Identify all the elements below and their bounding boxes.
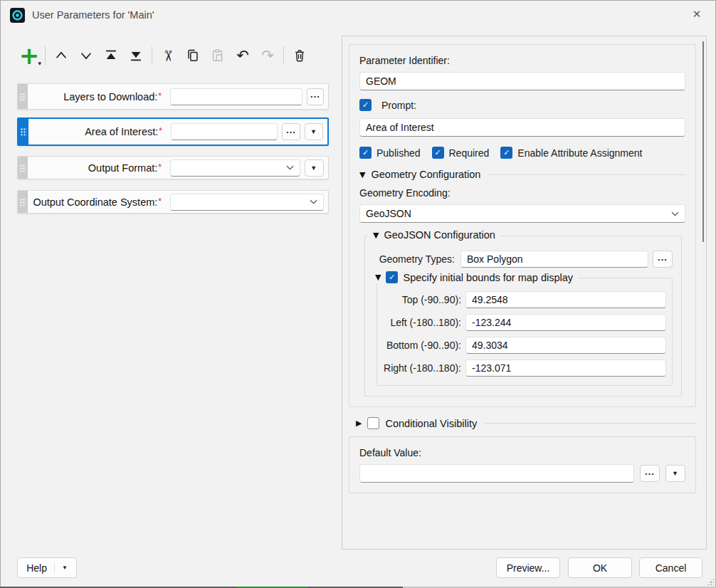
move-down-button[interactable]: [77, 45, 95, 66]
menu-button[interactable]: ▼: [665, 465, 685, 482]
bound-bottom-input[interactable]: [465, 337, 666, 354]
move-up-button[interactable]: [52, 45, 70, 66]
required-asterisk: *: [158, 162, 162, 172]
drag-handle-icon[interactable]: [18, 191, 28, 213]
collapse-open-icon[interactable]: ▼: [375, 273, 381, 281]
paste-icon: [210, 48, 226, 63]
output-format-select[interactable]: [170, 159, 300, 177]
section-title: Conditional Visibility: [385, 418, 477, 429]
check-icon: ✓: [389, 273, 395, 281]
param-row-layers-to-download[interactable]: Layers to Download:* ...: [17, 83, 329, 110]
toolbar-separator: [152, 46, 152, 65]
param-label: Output Coordinate System:: [33, 196, 157, 208]
undo-icon: ↶: [236, 48, 249, 63]
browse-button[interactable]: ...: [307, 88, 324, 105]
resize-grip[interactable]: [706, 577, 714, 585]
drag-handle-icon[interactable]: [18, 157, 28, 179]
collapse-closed-icon[interactable]: ▶: [356, 419, 362, 427]
required-checkbox[interactable]: ✓: [432, 147, 444, 159]
conditional-visibility-section[interactable]: ▶ Conditional Visibility: [356, 417, 696, 429]
geometry-types-label: Geometry Types:: [371, 253, 460, 265]
ok-button[interactable]: OK: [568, 557, 632, 578]
redo-icon: ↷: [261, 48, 274, 63]
geojson-configuration-header[interactable]: ▼ GeoJSON Configuration: [368, 229, 500, 241]
copy-button[interactable]: [184, 45, 202, 66]
close-button[interactable]: ✕: [683, 4, 710, 25]
move-to-top-button[interactable]: [102, 45, 120, 66]
chevron-up-icon: [53, 48, 69, 63]
required-asterisk: *: [158, 196, 162, 206]
bound-left-input[interactable]: [465, 314, 666, 331]
chevron-down-icon: ▼: [62, 565, 68, 571]
add-parameter-button[interactable]: + ▾: [20, 45, 38, 66]
enable-attribute-assignment-label: Enable Attribute Assignment: [517, 147, 642, 159]
geometry-encoding-select[interactable]: GeoJSON: [359, 204, 685, 223]
prompt-checkbox[interactable]: ✓: [359, 99, 372, 111]
redo-button: ↷: [258, 45, 277, 66]
check-icon: ✓: [362, 149, 369, 157]
move-to-top-icon: [103, 48, 119, 63]
window-titlebar[interactable]: User Parameters for 'Main': [0, 1, 716, 28]
published-checkbox[interactable]: ✓: [359, 147, 372, 159]
app-icon: [10, 8, 25, 23]
check-icon: ✓: [362, 101, 369, 109]
selected-value: GeoJSON: [366, 208, 671, 219]
param-row-area-of-interest[interactable]: Area of Interest:* ... ▼: [17, 117, 329, 146]
menu-button[interactable]: ▼: [305, 159, 324, 177]
section-rule: [484, 423, 696, 424]
undo-button[interactable]: ↶: [233, 45, 252, 66]
menu-arrow-icon: ▼: [672, 470, 679, 477]
chevron-down-icon: [78, 48, 94, 63]
check-icon: ✓: [434, 149, 441, 157]
drag-handle-icon[interactable]: [18, 84, 28, 109]
enable-attribute-assignment-checkbox[interactable]: ✓: [500, 147, 512, 159]
close-icon: ✕: [693, 8, 702, 21]
group-title: Specify initial bounds for map display: [403, 272, 573, 283]
bound-right-input[interactable]: [465, 359, 666, 377]
output-coordinate-system-select[interactable]: [170, 194, 324, 211]
layers-to-download-input[interactable]: [170, 88, 302, 105]
help-button[interactable]: Help ▼: [17, 557, 77, 578]
cut-button[interactable]: ✂: [159, 45, 177, 66]
conditional-visibility-checkbox[interactable]: [367, 417, 379, 429]
parameter-identifier-input[interactable]: [359, 72, 685, 90]
window-title: User Parameters for 'Main': [32, 9, 154, 21]
menu-arrow-icon: ▼: [310, 128, 317, 135]
prompt-input[interactable]: [359, 118, 685, 137]
default-value-input[interactable]: [359, 464, 634, 483]
scrollbar-thumb[interactable]: [702, 41, 704, 242]
specify-initial-bounds-checkbox[interactable]: ✓: [386, 271, 398, 283]
button-separator: [54, 562, 55, 574]
delete-button[interactable]: [290, 45, 309, 66]
chevron-down-icon: [671, 211, 679, 216]
collapse-open-icon[interactable]: ▼: [373, 231, 379, 239]
area-of-interest-input[interactable]: [171, 123, 278, 140]
parameter-editor-box: Parameter Identifier: ✓ Prompt: ✓ Publis…: [349, 44, 696, 407]
check-icon: ✓: [503, 149, 510, 157]
chevron-down-icon: [310, 199, 317, 204]
geojson-configuration-group: ▼ GeoJSON Configuration Geometry Types: …: [364, 236, 682, 397]
bound-top-input[interactable]: [465, 291, 666, 308]
browse-button[interactable]: ...: [640, 465, 660, 482]
preview-button[interactable]: Preview...: [496, 557, 560, 578]
geometry-encoding-label: Geometry Encoding:: [359, 187, 685, 199]
group-title: GeoJSON Configuration: [384, 229, 495, 241]
menu-button[interactable]: ▼: [305, 123, 323, 140]
initial-bounds-header[interactable]: ▼ ✓ Specify initial bounds for map displ…: [370, 271, 578, 283]
browse-button[interactable]: ...: [653, 251, 673, 268]
prompt-label: Prompt:: [381, 100, 416, 111]
drag-handle-icon[interactable]: [19, 119, 28, 145]
browse-button[interactable]: ...: [282, 123, 300, 140]
help-label: Help: [26, 562, 47, 574]
param-row-output-format[interactable]: Output Format:* ▼: [17, 156, 329, 179]
param-label: Area of Interest:: [85, 126, 158, 137]
default-value-box: Default Value: ... ▼: [349, 436, 696, 493]
cancel-button[interactable]: Cancel: [639, 557, 702, 578]
trash-icon: [292, 48, 307, 63]
required-asterisk: *: [159, 126, 162, 136]
move-to-bottom-button[interactable]: [127, 45, 145, 66]
param-row-output-coordinate-system[interactable]: Output Coordinate System:*: [17, 190, 329, 214]
collapse-open-icon[interactable]: ▼: [359, 171, 365, 179]
geometry-types-input[interactable]: [460, 251, 648, 268]
geometry-configuration-section[interactable]: ▼ Geometry Configuration: [359, 169, 685, 180]
